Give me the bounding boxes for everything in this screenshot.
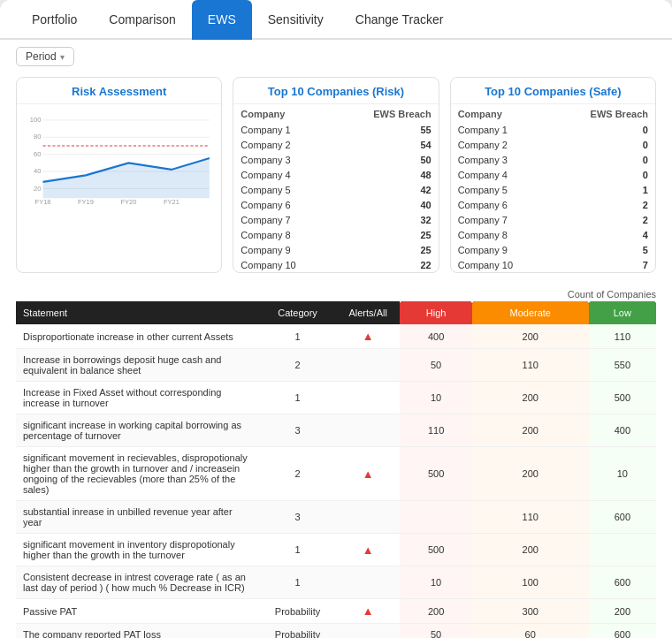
top-risk-table: Company EWS Breach Company 155Company 25… (233, 104, 438, 272)
high-cell: 50 (400, 624, 471, 639)
company-name: Company 7 (451, 212, 551, 227)
alerts-cell: ▲ (336, 447, 400, 501)
table-row: Increase in Fixed Asset without correspo… (16, 382, 656, 414)
svg-text:80: 80 (34, 133, 41, 141)
svg-text:100: 100 (30, 116, 42, 124)
company-name: Company 8 (233, 227, 333, 242)
list-item: Company 825 (233, 227, 438, 242)
breach-value: 7 (551, 257, 655, 272)
list-item: Company 30 (451, 152, 655, 167)
top-safe-title: Top 10 Companies (Safe) (451, 78, 655, 104)
alert-icon: ▲ (363, 543, 374, 557)
category-cell: 3 (259, 501, 336, 534)
alerts-cell (336, 349, 400, 382)
svg-text:20: 20 (34, 185, 41, 193)
risk-assessment-title: Risk Assessment (17, 78, 221, 104)
risk-assessment-card: Risk Assessment 100 80 60 40 20 (16, 77, 222, 273)
period-bar: Period ▾ (0, 40, 672, 70)
company-name: Company 5 (451, 182, 551, 197)
category-cell: 1 (259, 566, 336, 599)
table-row: significant movement in recievables, dis… (16, 447, 656, 501)
alerts-cell (336, 624, 400, 639)
period-button[interactable]: Period ▾ (16, 47, 74, 66)
nav-tabs: Portfolio Comparison EWS Sensitivity Cha… (0, 0, 672, 40)
table-row: The company reported PAT loss Probabilit… (16, 624, 656, 639)
data-table: Statement Category Alerts/All High Moder… (16, 301, 656, 638)
moderate-cell: 100 (472, 566, 589, 599)
tab-portfolio[interactable]: Portfolio (16, 0, 93, 40)
table-row: Passive PAT Probability ▲ 200 300 200 (16, 599, 656, 624)
company-name: Company 2 (233, 137, 333, 152)
high-cell: 110 (400, 414, 471, 447)
list-item: Company 62 (451, 197, 655, 212)
table-row: significant increase in working capital … (16, 414, 656, 447)
moderate-cell: 200 (472, 382, 589, 414)
breach-value: 50 (334, 152, 439, 167)
col-company-risk: Company (233, 104, 333, 122)
list-item: Company 448 (233, 167, 438, 182)
alerts-cell (336, 414, 400, 447)
low-cell: 500 (589, 382, 656, 414)
tab-sensitivity[interactable]: Sensitivity (252, 0, 340, 40)
moderate-cell: 200 (472, 447, 589, 501)
list-item: Company 40 (451, 167, 655, 182)
table-row: substantial inrease in unbilled revenue … (16, 501, 656, 534)
high-cell: 400 (400, 324, 471, 349)
statement-cell: Disproportionate increase in other curre… (16, 324, 259, 349)
high-cell: 200 (400, 599, 471, 624)
breach-value: 5 (551, 242, 655, 257)
low-cell: 400 (589, 414, 656, 447)
app-container: Portfolio Comparison EWS Sensitivity Cha… (0, 0, 672, 638)
moderate-cell: 200 (472, 324, 589, 349)
breach-value: 55 (334, 122, 439, 137)
high-cell: 500 (400, 534, 471, 566)
tab-change-tracker[interactable]: Change Tracker (340, 0, 460, 40)
col-company-safe: Company (451, 104, 551, 122)
list-item: Company 72 (451, 212, 655, 227)
list-item: Company 51 (451, 182, 655, 197)
category-cell: Probability (259, 599, 336, 624)
company-name: Company 4 (451, 167, 551, 182)
list-item: Company 155 (233, 122, 438, 137)
company-name: Company 3 (233, 152, 333, 167)
moderate-cell: 200 (472, 414, 589, 447)
table-row: significant movement in inventory dispro… (16, 534, 656, 566)
list-item: Company 10 (451, 122, 655, 137)
breach-value: 42 (334, 182, 439, 197)
alerts-cell (336, 566, 400, 599)
statement-cell: The company reported PAT loss (16, 624, 259, 639)
list-item: Company 1022 (233, 257, 438, 272)
statement-cell: Increase in Fixed Asset without correspo… (16, 382, 259, 414)
statement-cell: substantial inrease in unbilled revenue … (16, 501, 259, 534)
tab-comparison[interactable]: Comparison (93, 0, 191, 40)
company-name: Company 8 (451, 227, 551, 242)
svg-text:FY21: FY21 (164, 198, 179, 206)
breach-value: 2 (551, 212, 655, 227)
risk-chart: 100 80 60 40 20 FY18 FY19 FY20 FY21 (17, 104, 221, 216)
alert-icon: ▲ (363, 604, 374, 618)
alerts-cell (336, 501, 400, 534)
chevron-down-icon: ▾ (60, 52, 65, 62)
company-name: Company 7 (233, 212, 333, 227)
moderate-cell: 300 (472, 599, 589, 624)
alerts-cell: ▲ (336, 599, 400, 624)
col-breach-safe: EWS Breach (551, 104, 655, 122)
list-item: Company 542 (233, 182, 438, 197)
table-row: Consistent decrease in intrest coverage … (16, 566, 656, 599)
company-name: Company 9 (233, 242, 333, 257)
tab-ews[interactable]: EWS (192, 0, 252, 40)
list-item: Company 732 (233, 212, 438, 227)
svg-text:FY18: FY18 (35, 198, 51, 206)
high-cell (400, 501, 471, 534)
top-risk-card: Top 10 Companies (Risk) Company EWS Brea… (233, 77, 439, 273)
svg-text:60: 60 (34, 150, 41, 158)
company-name: Company 1 (233, 122, 333, 137)
statement-cell: Increase in borrowings deposit huge cash… (16, 349, 259, 382)
breach-value: 1 (551, 182, 655, 197)
top-cards: Risk Assessment 100 80 60 40 20 (0, 70, 672, 282)
top-safe-card: Top 10 Companies (Safe) Company EWS Brea… (450, 77, 656, 273)
list-item: Company 95 (451, 242, 655, 257)
bottom-section: Count of Companies Statement Category Al… (0, 282, 672, 638)
breach-value: 48 (334, 167, 439, 182)
th-moderate: Moderate (472, 301, 589, 324)
